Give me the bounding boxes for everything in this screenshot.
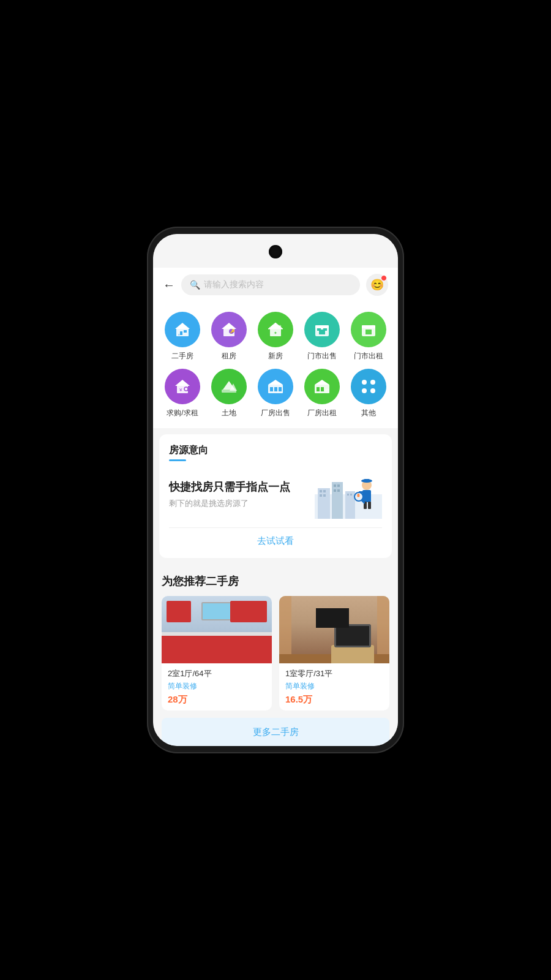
back-button[interactable]: ← bbox=[163, 278, 175, 292]
svg-text:≡: ≡ bbox=[178, 333, 180, 336]
zufang-icon: 🔑 bbox=[211, 312, 247, 347]
zufang-label: 租房 bbox=[222, 351, 236, 361]
phone-screen: ← 🔍 请输入搜索内容 😊 bbox=[153, 234, 398, 746]
changfang-chuzhu-icon: 租 bbox=[304, 369, 340, 404]
svg-rect-46 bbox=[318, 488, 330, 519]
search-bar[interactable]: 🔍 请输入搜索内容 bbox=[181, 274, 360, 295]
listing-card-1[interactable]: 2室1厅/64平 简单装修 28万 bbox=[162, 596, 272, 710]
listing-info-2: 1室零厅/31平 简单装修 16.5万 bbox=[279, 663, 389, 710]
svg-rect-62 bbox=[365, 491, 370, 493]
svg-rect-3 bbox=[184, 330, 187, 333]
try-button[interactable]: 去试试看 bbox=[169, 527, 382, 548]
search-input-placeholder: 请输入搜索内容 bbox=[204, 279, 264, 290]
svg-text:✦: ✦ bbox=[274, 331, 277, 335]
preference-card: 房源意向 快捷找房只需手指点一点 剩下的就是挑选房源了 bbox=[159, 434, 392, 558]
xinfang-icon: ✦ ★ bbox=[258, 312, 293, 347]
preference-content: 快捷找房只需手指点一点 剩下的就是挑选房源了 bbox=[169, 470, 382, 519]
xinfang-label: 新房 bbox=[268, 351, 283, 361]
recommend-second-hand-title: 为您推荐二手房 bbox=[162, 564, 389, 596]
recommend-second-hand-section: 为您推荐二手房 2室1厅/64平 简单装修 bbox=[153, 564, 398, 746]
svg-rect-48 bbox=[323, 490, 326, 492]
svg-text:租: 租 bbox=[325, 388, 329, 393]
svg-rect-38 bbox=[317, 387, 320, 391]
category-menshi-chuzhu[interactable]: 租 门市出租 bbox=[345, 312, 392, 361]
qiugou-icon: ¥ bbox=[165, 369, 200, 404]
svg-rect-21 bbox=[365, 330, 372, 334]
message-button[interactable]: 😊 bbox=[366, 274, 388, 296]
category-grid: ≡ 二手房 🔑 租房 bbox=[153, 302, 398, 428]
listing-img-2 bbox=[279, 596, 389, 663]
svg-text:租: 租 bbox=[370, 325, 375, 329]
menshi-chuzhu-icon: 租 bbox=[351, 312, 386, 347]
category-zufang[interactable]: 🔑 租房 bbox=[206, 312, 252, 361]
listing-1-price: 28万 bbox=[168, 694, 266, 706]
listing-grid: 2室1厅/64平 简单装修 28万 bbox=[162, 596, 389, 710]
preference-title-underline bbox=[169, 459, 186, 461]
menshi-chushou-icon bbox=[304, 312, 340, 347]
category-qita[interactable]: 其他 bbox=[345, 369, 392, 418]
changfang-chushou-icon bbox=[258, 369, 293, 404]
category-menshi-chushou[interactable]: 门市出售 bbox=[299, 312, 345, 361]
svg-rect-51 bbox=[332, 482, 343, 519]
menshi-chuzhu-label: 门市出租 bbox=[354, 351, 383, 361]
phone-frame: ← 🔍 请输入搜索内容 😊 bbox=[147, 227, 404, 753]
category-changfang-chuzhu[interactable]: 租 厂房出租 bbox=[299, 369, 345, 418]
qiugou-label: 求购/求租 bbox=[167, 408, 198, 418]
listing-card-2[interactable]: 1室零厅/31平 简单装修 16.5万 bbox=[279, 596, 389, 710]
svg-rect-17 bbox=[317, 328, 321, 331]
menshi-chushou-label: 门市出售 bbox=[307, 351, 337, 361]
svg-rect-33 bbox=[270, 387, 273, 391]
tudi-icon bbox=[211, 369, 247, 404]
svg-rect-18 bbox=[323, 328, 327, 331]
svg-text:★: ★ bbox=[278, 324, 282, 328]
svg-rect-64 bbox=[368, 502, 371, 509]
svg-point-42 bbox=[370, 380, 375, 385]
preference-text: 快捷找房只需手指点一点 剩下的就是挑选房源了 bbox=[169, 480, 290, 509]
header: ← 🔍 请输入搜索内容 😊 bbox=[153, 268, 398, 302]
svg-rect-55 bbox=[337, 489, 340, 492]
qita-icon bbox=[351, 369, 386, 404]
camera-notch bbox=[269, 245, 282, 258]
listing-2-price: 16.5万 bbox=[285, 694, 383, 706]
tudi-label: 土地 bbox=[222, 408, 236, 418]
svg-point-41 bbox=[362, 380, 367, 385]
svg-rect-39 bbox=[321, 387, 324, 391]
scroll-content: ← 🔍 请输入搜索内容 😊 bbox=[153, 234, 398, 746]
preference-title: 房源意向 bbox=[169, 444, 382, 457]
category-changfang-chushou[interactable]: 厂房出售 bbox=[252, 369, 299, 418]
svg-text:🔑: 🔑 bbox=[230, 329, 235, 334]
preference-illustration bbox=[315, 470, 382, 519]
svg-rect-24 bbox=[177, 385, 188, 393]
svg-marker-23 bbox=[175, 380, 190, 386]
category-tudi[interactable]: 土地 bbox=[206, 369, 252, 418]
svg-rect-15 bbox=[315, 325, 329, 328]
svg-rect-35 bbox=[279, 387, 282, 391]
svg-text:¥: ¥ bbox=[179, 387, 182, 393]
more-second-hand-button[interactable]: 更多二手房 bbox=[162, 718, 389, 746]
listing-img-1 bbox=[162, 596, 272, 663]
svg-rect-53 bbox=[337, 484, 340, 487]
category-xinfang[interactable]: ✦ ★ 新房 bbox=[252, 312, 299, 361]
svg-rect-58 bbox=[350, 494, 352, 496]
preference-subtext: 剩下的就是挑选房源了 bbox=[169, 498, 290, 509]
svg-rect-57 bbox=[347, 494, 349, 496]
svg-rect-54 bbox=[334, 489, 336, 492]
svg-point-43 bbox=[362, 388, 367, 393]
category-qiugou[interactable]: ¥ 求购/求租 bbox=[159, 369, 206, 418]
changfang-chuzhu-label: 厂房出租 bbox=[307, 408, 337, 418]
preference-headline: 快捷找房只需手指点一点 bbox=[169, 480, 290, 494]
listing-1-decor: 简单装修 bbox=[168, 681, 266, 692]
search-icon: 🔍 bbox=[190, 280, 200, 290]
svg-marker-32 bbox=[268, 380, 283, 385]
category-ershoufang[interactable]: ≡ 二手房 bbox=[159, 312, 206, 361]
svg-rect-30 bbox=[222, 390, 236, 393]
svg-marker-66 bbox=[356, 493, 360, 495]
message-badge bbox=[381, 275, 387, 281]
svg-marker-37 bbox=[315, 380, 329, 385]
svg-rect-47 bbox=[320, 490, 322, 492]
svg-marker-1 bbox=[175, 323, 190, 329]
changfang-chushou-label: 厂房出售 bbox=[261, 408, 290, 418]
svg-rect-70 bbox=[364, 479, 369, 482]
svg-rect-50 bbox=[323, 494, 326, 497]
svg-rect-67 bbox=[358, 495, 360, 497]
